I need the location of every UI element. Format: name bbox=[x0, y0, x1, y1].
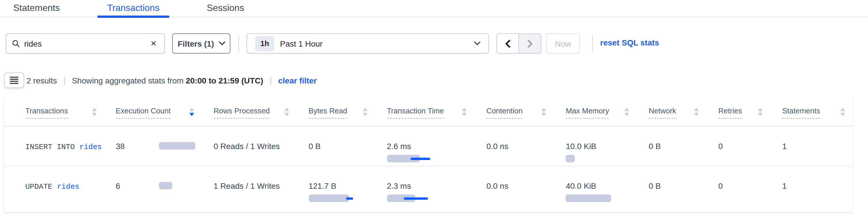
reset-sql-stats-link[interactable]: reset SQL stats bbox=[600, 38, 659, 47]
chevron-down-icon bbox=[474, 41, 480, 45]
sort-icon[interactable] bbox=[840, 107, 845, 116]
tab-transactions[interactable]: Transactions bbox=[97, 0, 169, 17]
statements-cell: 1 bbox=[770, 166, 852, 213]
execution-count-bar bbox=[159, 182, 172, 189]
sort-icon[interactable] bbox=[363, 107, 367, 116]
contention-cell: 0.0 ns bbox=[474, 127, 554, 166]
table-row: UPDATErides 6 1 Reads / 1 Writes 121.7 B… bbox=[4, 166, 852, 213]
sort-icon-active-desc[interactable] bbox=[189, 107, 194, 116]
time-range-picker[interactable]: 1h Past 1 Hour bbox=[247, 33, 489, 54]
next-interval-button[interactable] bbox=[519, 34, 541, 53]
col-header-transactions[interactable]: Transactions bbox=[13, 106, 104, 126]
statements-cell: 1 bbox=[770, 127, 852, 166]
rows-processed-cell: 1 Reads / 1 Writes bbox=[202, 166, 297, 213]
transaction-cell: UPDATErides bbox=[13, 166, 104, 213]
time-range-label: Past 1 Hour bbox=[280, 39, 474, 48]
transaction-link[interactable]: rides bbox=[80, 143, 102, 151]
table-row: INSERT INTOrides 38 0 Reads / 1 Writes 0… bbox=[4, 127, 852, 166]
network-cell: 0 B bbox=[637, 127, 707, 166]
content-area: ✕ Filters (1) 1h Past 1 Hour bbox=[0, 17, 868, 221]
search-box[interactable]: ✕ bbox=[6, 33, 165, 54]
divider bbox=[592, 35, 593, 52]
search-input[interactable] bbox=[24, 39, 149, 48]
max-memory-bar bbox=[566, 194, 632, 202]
execution-count-cell: 6 bbox=[104, 166, 202, 213]
time-nav-group bbox=[496, 33, 541, 54]
sort-icon[interactable] bbox=[758, 107, 763, 116]
tab-bar: Statements Transactions Sessions bbox=[0, 0, 868, 17]
tab-statements[interactable]: Statements bbox=[3, 0, 70, 17]
chevron-right-icon bbox=[527, 39, 532, 48]
filters-button[interactable]: Filters (1) bbox=[172, 33, 230, 54]
bytes-read-cell: 121.7 B bbox=[296, 166, 375, 213]
search-icon bbox=[12, 40, 20, 47]
col-header-retries[interactable]: Retries bbox=[706, 106, 770, 126]
col-header-transaction-time[interactable]: Transaction Time bbox=[375, 106, 474, 126]
execution-count-bar bbox=[159, 142, 195, 150]
results-summary: 2 results | Showing aggregated stats fro… bbox=[27, 72, 317, 88]
transaction-time-cell: 2.3 ms bbox=[375, 166, 474, 213]
col-header-statements[interactable]: Statements bbox=[770, 106, 852, 126]
sort-icon[interactable] bbox=[462, 107, 467, 116]
transaction-time-bar bbox=[387, 155, 470, 162]
max-memory-bar bbox=[566, 155, 632, 162]
max-memory-cell: 10.0 KiB bbox=[554, 127, 637, 166]
rows-processed-cell: 0 Reads / 1 Writes bbox=[202, 127, 297, 166]
bytes-read-cell: 0 B bbox=[296, 127, 375, 166]
chevron-down-icon bbox=[219, 41, 225, 45]
contention-cell: 0.0 ns bbox=[474, 166, 554, 213]
transactions-table: Transactions Execution Count Rows Proces… bbox=[3, 98, 853, 213]
sql-keyword: INSERT INTO bbox=[25, 143, 75, 151]
network-cell: 0 B bbox=[637, 166, 707, 213]
transaction-cell: INSERT INTOrides bbox=[13, 127, 104, 166]
col-header-execution-count[interactable]: Execution Count bbox=[104, 106, 202, 126]
transaction-time-bar bbox=[387, 194, 470, 202]
menu-icon bbox=[10, 76, 19, 85]
col-header-rows-processed[interactable]: Rows Processed bbox=[202, 106, 297, 126]
col-header-max-memory[interactable]: Max Memory bbox=[554, 106, 637, 126]
col-header-network[interactable]: Network bbox=[637, 106, 707, 126]
tab-sessions[interactable]: Sessions bbox=[197, 0, 254, 17]
sort-icon[interactable] bbox=[542, 107, 546, 116]
transaction-link[interactable]: rides bbox=[57, 183, 80, 191]
aggregation-range: Showing aggregated stats from 20:00 to 2… bbox=[72, 76, 264, 85]
max-memory-cell: 40.0 KiB bbox=[554, 166, 637, 213]
results-count: 2 results bbox=[27, 76, 57, 85]
sort-icon[interactable] bbox=[284, 107, 289, 116]
filters-label: Filters (1) bbox=[178, 39, 214, 48]
bytes-read-bar bbox=[308, 155, 370, 162]
previous-interval-button[interactable] bbox=[497, 34, 519, 53]
sort-icon[interactable] bbox=[625, 107, 629, 116]
execution-count-cell: 38 bbox=[104, 127, 202, 166]
col-header-contention[interactable]: Contention bbox=[474, 106, 554, 126]
bytes-read-bar bbox=[308, 194, 370, 202]
now-button[interactable]: Now bbox=[546, 33, 580, 54]
clear-filter-link[interactable]: clear filter bbox=[278, 76, 317, 85]
time-range-badge: 1h bbox=[255, 36, 274, 51]
sql-keyword: UPDATE bbox=[25, 183, 53, 191]
sort-icon[interactable] bbox=[92, 107, 97, 116]
chevron-left-icon bbox=[505, 39, 510, 48]
divider bbox=[239, 35, 239, 52]
sort-icon[interactable] bbox=[694, 107, 699, 116]
retries-cell: 0 bbox=[706, 127, 770, 166]
retries-cell: 0 bbox=[706, 166, 770, 213]
col-header-bytes-read[interactable]: Bytes Read bbox=[296, 106, 375, 126]
clear-search-icon[interactable]: ✕ bbox=[149, 40, 158, 47]
sql-activity-page: Statements Transactions Sessions ✕ Filte… bbox=[0, 0, 868, 221]
column-selector-button[interactable] bbox=[4, 72, 24, 88]
transaction-time-cell: 2.6 ms bbox=[375, 127, 474, 166]
table-header-row: Transactions Execution Count Rows Proces… bbox=[4, 98, 852, 127]
